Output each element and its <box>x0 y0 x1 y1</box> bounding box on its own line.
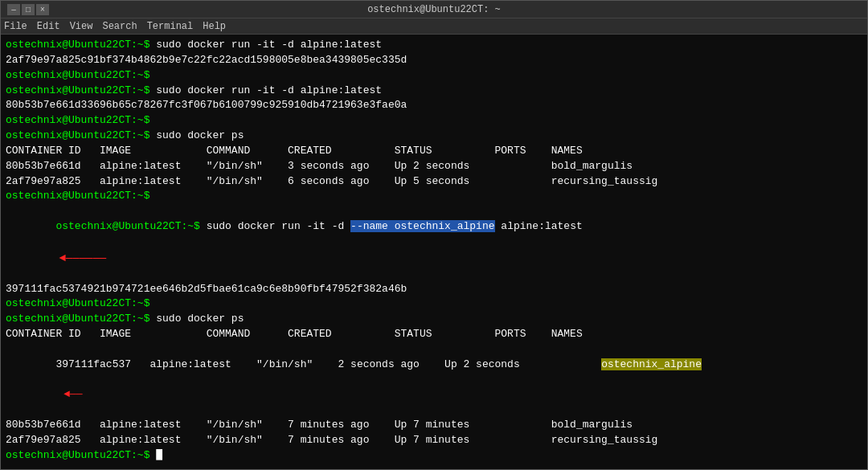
table-header: CONTAINER ID IMAGE COMMAND CREATED STATU… <box>6 144 862 159</box>
command: sudo docker run -it -d alpine:latest <box>149 39 382 51</box>
menu-file[interactable]: File <box>4 21 27 32</box>
menu-edit[interactable]: Edit <box>37 21 60 32</box>
highlighted-name: ostechnix_alpine <box>601 358 702 370</box>
command: sudo docker ps <box>149 313 244 325</box>
prompt: ostechnix@Ubuntu22CT:~$ <box>6 297 149 309</box>
terminal-body[interactable]: ostechnix@Ubuntu22CT:~$ sudo docker run … <box>1 35 867 469</box>
terminal-line: ostechnix@Ubuntu22CT:~$ <box>6 189 862 204</box>
terminal-content: ostechnix@Ubuntu22CT:~$ sudo docker run … <box>6 38 862 464</box>
prompt: ostechnix@Ubuntu22CT:~$ <box>55 220 199 232</box>
prompt: ostechnix@Ubuntu22CT:~$ <box>6 190 149 202</box>
table-row: 80b53b7e661d alpine:latest "/bin/sh" 7 m… <box>6 418 862 433</box>
arrow-indicator-2: ◄—— <box>57 388 82 400</box>
terminal-output: 397111fac5374921b974721ee646b2d5fbae61ca… <box>6 282 862 297</box>
command: sudo docker run -it -d alpine:latest <box>149 84 382 96</box>
prompt: ostechnix@Ubuntu22CT:~$ <box>6 449 149 461</box>
menu-help[interactable]: Help <box>203 21 226 32</box>
close-button[interactable]: × <box>36 4 49 15</box>
terminal-line-special: ostechnix@Ubuntu22CT:~$ sudo docker run … <box>6 204 862 281</box>
terminal-line: ostechnix@Ubuntu22CT:~$ <box>6 296 862 312</box>
terminal-line: ostechnix@Ubuntu22CT:~$ <box>6 68 862 84</box>
table-row: 2af79e97a825 alpine:latest "/bin/sh" 6 s… <box>6 174 862 190</box>
menubar: File Edit View Search Terminal Help <box>1 18 867 35</box>
minimize-button[interactable]: – <box>7 4 20 15</box>
terminal-line: ostechnix@Ubuntu22CT:~$ <box>6 113 862 129</box>
menu-terminal[interactable]: Terminal <box>147 21 194 32</box>
table-row: 2af79e97a825 alpine:latest "/bin/sh" 7 m… <box>6 433 862 448</box>
table-row: 80b53b7e661d alpine:latest "/bin/sh" 3 s… <box>6 159 862 174</box>
cursor: █ <box>149 449 162 461</box>
command-after: alpine:latest <box>495 220 583 232</box>
titlebar: – □ × ostechnix@Ubuntu22CT: ~ <box>1 1 867 18</box>
terminal-line: ostechnix@Ubuntu22CT:~$ sudo docker run … <box>6 38 862 53</box>
prompt: ostechnix@Ubuntu22CT:~$ <box>6 84 149 96</box>
prompt: ostechnix@Ubuntu22CT:~$ <box>6 313 149 325</box>
terminal-line: ostechnix@Ubuntu22CT:~$ sudo docker ps <box>6 312 862 327</box>
terminal-window: – □ × ostechnix@Ubuntu22CT: ~ File Edit … <box>0 0 868 470</box>
prompt: ostechnix@Ubuntu22CT:~$ <box>6 69 149 81</box>
terminal-output: 80b53b7e661d33696b65c78267fc3f067b610079… <box>6 98 862 113</box>
terminal-output: 2af79e97a825c91bf374b4862b9e7c22fc22acd1… <box>6 53 862 68</box>
maximize-button[interactable]: □ <box>22 4 35 15</box>
terminal-line: ostechnix@Ubuntu22CT:~$ sudo docker run … <box>6 84 862 99</box>
terminal-line: ostechnix@Ubuntu22CT:~$ sudo docker ps <box>6 129 862 144</box>
prompt: ostechnix@Ubuntu22CT:~$ <box>6 129 149 141</box>
command-highlight: --name ostechnix_alpine <box>350 220 494 232</box>
command-before: sudo docker run -it -d <box>200 220 350 232</box>
menu-search[interactable]: Search <box>102 21 137 32</box>
command: sudo docker ps <box>149 129 244 141</box>
prompt: ostechnix@Ubuntu22CT:~$ <box>6 39 149 51</box>
arrow-indicator: ◄—————— <box>59 251 106 264</box>
window-title: ostechnix@Ubuntu22CT: ~ <box>55 4 813 15</box>
prompt: ostechnix@Ubuntu22CT:~$ <box>6 114 149 126</box>
table-header: CONTAINER ID IMAGE COMMAND CREATED STATU… <box>6 327 862 342</box>
table-row: 397111fac537 alpine:latest "/bin/sh" 2 s… <box>6 342 862 418</box>
menu-view[interactable]: View <box>70 21 93 32</box>
terminal-prompt-cursor: ostechnix@Ubuntu22CT:~$ █ <box>6 448 862 464</box>
